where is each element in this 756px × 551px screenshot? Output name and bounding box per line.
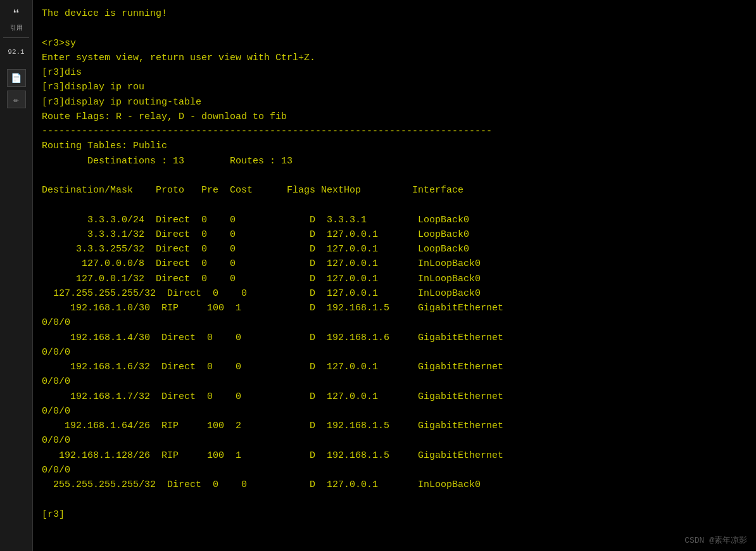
document-icon[interactable]: 📄	[7, 69, 26, 87]
terminal-window: The device is running! <r3>sy Enter syst…	[33, 0, 756, 551]
watermark: CSDN @素年凉影	[684, 535, 747, 546]
sidebar-label-yiyong: 引用	[10, 25, 23, 32]
sidebar-ip-label: 92.1	[8, 48, 24, 56]
quote-icon: ❝	[12, 6, 20, 22]
terminal-output: The device is running! <r3>sy Enter syst…	[42, 6, 747, 522]
edit-icon[interactable]: ✏	[7, 91, 26, 108]
sidebar-divider	[3, 37, 29, 38]
sidebar-icons-group: 📄 ✏	[7, 69, 26, 108]
sidebar: ❝ 引用 92.1 📄 ✏	[0, 0, 33, 551]
